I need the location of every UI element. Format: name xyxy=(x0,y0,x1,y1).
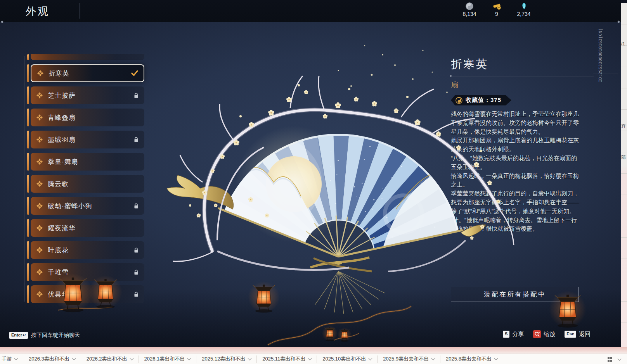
list-item-partial[interactable] xyxy=(27,54,144,60)
chevron-down-icon xyxy=(494,357,498,361)
row-accent xyxy=(27,241,29,259)
jade-charm-icon xyxy=(520,2,528,10)
currency-value: 2,734 xyxy=(517,11,530,17)
row-accent xyxy=(27,153,29,171)
row-accent xyxy=(27,175,29,193)
chevron-down-icon xyxy=(618,357,622,361)
fan-item-icon xyxy=(36,136,43,143)
fan-item-icon xyxy=(36,202,43,209)
chevron-down-icon xyxy=(72,357,76,361)
chevron-down-icon xyxy=(431,357,435,361)
list-item[interactable]: 破劫·蜜蜂小狗 xyxy=(27,197,144,215)
player-id-text: ID:29533000010163[CN] xyxy=(598,26,603,85)
currency-value: 8,134 xyxy=(462,11,476,17)
row-accent xyxy=(27,285,29,303)
list-item[interactable]: 千堆雪 xyxy=(27,263,144,281)
esc-key-badge: Esc xyxy=(565,331,576,337)
share-button[interactable]: S 分享 xyxy=(503,331,524,338)
currency-gold[interactable]: 9 xyxy=(486,2,507,17)
detail-divider xyxy=(451,76,594,76)
collection-value: 收藏值：375 xyxy=(466,97,501,104)
row-accent xyxy=(27,263,29,281)
item-name: 折寒英 xyxy=(451,57,594,72)
edge-tick-line xyxy=(593,74,618,74)
enter-key-badge: Enter↵ xyxy=(9,332,28,338)
currency-bar: 8,134 9 2,734 xyxy=(459,2,535,17)
list-item[interactable]: 拳皇·舞扇 xyxy=(27,153,144,171)
row-accent xyxy=(27,54,29,60)
list-item[interactable]: 耀夜流华 xyxy=(27,219,144,237)
header-divider-line xyxy=(2,22,619,22)
list-item[interactable]: 腾云歌 xyxy=(27,175,144,193)
s-key-badge: S xyxy=(503,331,509,337)
chevron-down-icon xyxy=(369,357,372,361)
item-type: 扇 xyxy=(451,80,594,90)
magnifier-icon xyxy=(533,330,541,338)
sheet-list-button[interactable] xyxy=(608,357,621,362)
title-divider xyxy=(80,3,80,19)
silver-coin-icon xyxy=(465,2,474,10)
chevron-down-icon xyxy=(187,357,191,361)
top-bar: 外观 8,134 9 2,734 xyxy=(0,0,621,22)
back-button[interactable]: Esc 返回 xyxy=(565,331,591,338)
row-accent xyxy=(27,197,29,215)
fan-item-icon xyxy=(36,180,43,187)
row-accent xyxy=(27,131,29,148)
list-item[interactable]: 墨绒羽扇 xyxy=(27,131,144,148)
lock-icon xyxy=(133,247,139,253)
grid-icon xyxy=(608,357,612,362)
row-accent xyxy=(27,64,29,82)
chat-hint: Enter↵ 按下回车键开始聊天 xyxy=(9,332,80,339)
page-indicator: /1 xyxy=(621,41,625,47)
lock-icon xyxy=(133,93,139,98)
fan-item-icon xyxy=(36,224,43,231)
lock-icon xyxy=(133,269,139,275)
zoom-button[interactable]: 缩放 xyxy=(533,330,555,338)
sheet-tab[interactable]: 2026.2卖出和不出 xyxy=(81,355,139,363)
gold-ingot-icon xyxy=(492,2,501,10)
skin-list: 折寒英 芝士披萨 青峰叠扇 墨 xyxy=(24,54,144,303)
sheet-tab[interactable]: 手游 xyxy=(0,355,23,363)
chevron-down-icon xyxy=(130,357,133,361)
lock-icon xyxy=(133,203,139,209)
sheet-tab[interactable]: 2025.11卖出和不出 xyxy=(256,355,317,363)
list-item[interactable]: 优昙华 xyxy=(27,285,144,303)
equipped-check-icon xyxy=(131,70,138,76)
lock-icon xyxy=(133,137,139,143)
collection-coin-icon xyxy=(456,97,462,104)
item-detail-panel: 折寒英 扇 收藏值：375 残冬的薄雪覆在无常村旧址上，季莹莹立在那座几乎被荒草… xyxy=(451,57,594,233)
list-item[interactable]: 叶底花 xyxy=(27,241,144,259)
lock-icon xyxy=(133,292,139,297)
collection-value-badge: 收藏值：375 xyxy=(451,95,511,105)
sheet-tab[interactable]: 2025.12卖出和不出 xyxy=(196,355,256,363)
row-accent xyxy=(27,219,29,237)
sheet-tab[interactable]: 2026.3卖出和不出 xyxy=(23,355,81,363)
currency-silver[interactable]: 8,134 xyxy=(459,2,480,17)
equip-all-loadouts-button[interactable]: 装配在所有搭配中 xyxy=(451,287,579,302)
enter-return-icon: ↵ xyxy=(23,333,26,338)
sheet-tab[interactable]: 2025.8卖出去和不出 xyxy=(440,355,503,363)
list-item[interactable]: 青峰叠扇 xyxy=(27,109,144,126)
list-scrollbar[interactable] xyxy=(24,56,25,302)
row-accent xyxy=(27,86,29,104)
chevron-down-icon xyxy=(14,357,18,361)
fan-item-icon xyxy=(36,269,43,276)
sheet-tab-bar: 手游 2026.3卖出和不出 2026.2卖出和不出 2026.1卖出和不出 2… xyxy=(0,354,627,364)
bottom-right-buttons: S 分享 缩放 Esc 返回 xyxy=(503,330,591,338)
chevron-down-icon xyxy=(248,357,252,361)
background-window-edge: /1 容 部 xyxy=(621,3,627,347)
sheet-tab[interactable]: 2025.10卖出和不出 xyxy=(317,355,377,363)
list-item[interactable]: 芝士披萨 xyxy=(27,86,144,104)
fan-item-icon xyxy=(37,70,44,77)
currency-value: 9 xyxy=(495,11,498,17)
chevron-down-icon xyxy=(308,357,312,361)
sheet-tab[interactable]: 2025.9卖出去和不出 xyxy=(377,355,440,363)
row-accent xyxy=(27,109,29,126)
fan-item-icon xyxy=(36,158,43,165)
list-item-selected[interactable]: 折寒英 xyxy=(27,64,144,82)
fan-item-icon xyxy=(36,291,43,298)
currency-jade[interactable]: 2,734 xyxy=(513,2,535,17)
fan-item-icon xyxy=(36,92,43,99)
item-description: 残冬的薄雪覆在无常村旧址上，季莹莹立在那座几乎被荒草吞没的坟前。坟旁的老梅树今年… xyxy=(451,110,582,233)
sheet-tab[interactable]: 2026.1卖出和不出 xyxy=(139,355,196,363)
